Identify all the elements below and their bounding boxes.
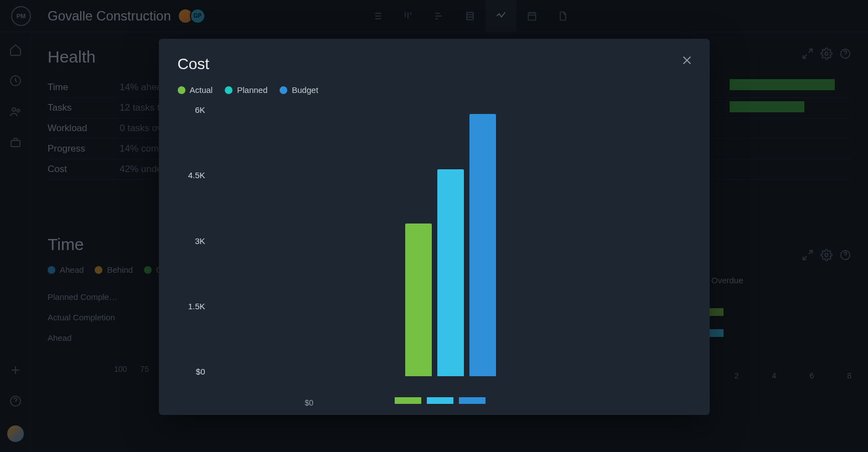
bar-budget — [469, 114, 496, 376]
legend-dot — [225, 86, 232, 94]
legend-dot — [178, 86, 185, 94]
mini-bar — [459, 397, 485, 404]
close-icon[interactable] — [681, 54, 693, 69]
legend-label: Actual — [190, 85, 213, 95]
legend-item: Budget — [280, 85, 318, 95]
legend-label: Planned — [237, 85, 267, 95]
modal-title: Cost — [178, 55, 691, 73]
mini-bar — [427, 397, 453, 404]
modal-legend: ActualPlannedBudget — [178, 85, 691, 95]
y-tick: 4.5K — [178, 170, 205, 180]
y-tick: 6K — [178, 105, 205, 115]
bar-planned — [437, 169, 464, 376]
mini-bar — [395, 397, 421, 404]
under-chart-minibars — [395, 397, 485, 404]
cost-modal: Cost ActualPlannedBudget 6K4.5K3K1.5K$0 … — [159, 39, 710, 415]
legend-dot — [280, 86, 287, 94]
chart-plot — [211, 110, 691, 376]
cost-chart: 6K4.5K3K1.5K$0 $0 — [178, 105, 691, 393]
y-axis-ticks: 6K4.5K3K1.5K$0 — [178, 105, 205, 376]
modal-overlay[interactable]: Cost ActualPlannedBudget 6K4.5K3K1.5K$0 … — [0, 0, 868, 452]
legend-item: Actual — [178, 85, 213, 95]
y-tick: 3K — [178, 236, 205, 246]
bar-actual — [405, 224, 432, 376]
legend-item: Planned — [225, 85, 267, 95]
y-tick: $0 — [178, 367, 205, 376]
legend-label: Budget — [292, 85, 318, 95]
y-tick: 1.5K — [178, 302, 205, 311]
under-chart-x-label: $0 — [305, 398, 314, 407]
